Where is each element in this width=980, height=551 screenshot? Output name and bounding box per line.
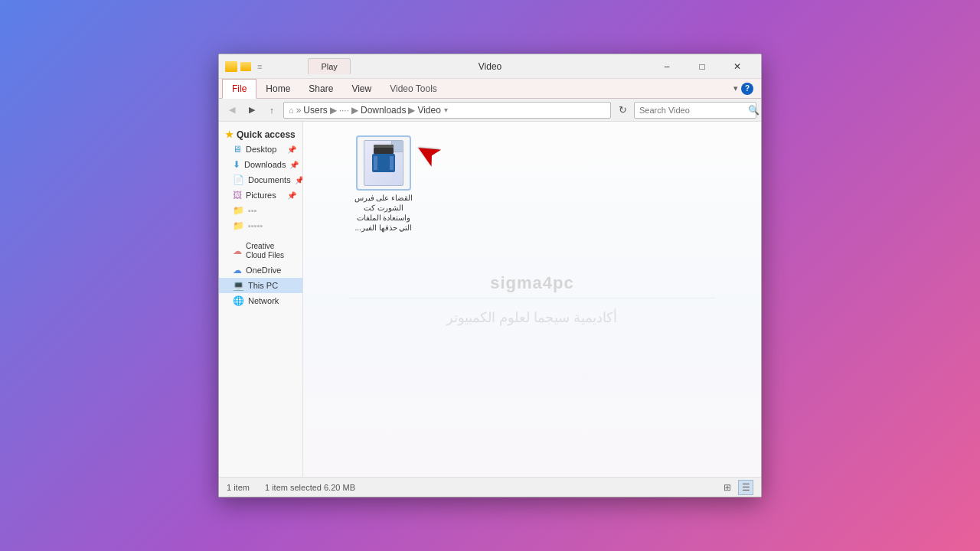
nav-forward-button[interactable]: ▶ — [243, 102, 260, 119]
sidebar-item-label: ▪▪▪▪▪ — [248, 221, 263, 230]
watermark-arabic: أكاديمية سيجما لعلوم الكمبيوتر — [446, 309, 617, 326]
path-home-icon: ⌂ — [289, 106, 294, 115]
pin-icon: 📌 — [289, 161, 299, 169]
folder1-icon: 📁 — [233, 205, 244, 216]
pin-icon: 📌 — [287, 191, 296, 200]
titlebar-tabs: Play — [308, 58, 350, 74]
window-controls: – □ ✕ — [649, 54, 755, 79]
ribbon-tabs: File Home Share View Video Tools ▾ ? — [219, 79, 761, 98]
sidebar-item-label: Documents — [248, 175, 291, 184]
window-title: Video — [479, 61, 501, 72]
creative-cloud-icon: ☁ — [233, 246, 242, 256]
minimize-button[interactable]: – — [649, 54, 684, 79]
sidebar-item-onedrive[interactable]: ☁ OneDrive — [219, 262, 302, 278]
sidebar: ★ Quick access 🖥 Desktop 📌 ⬇ Downloads 📌… — [219, 122, 303, 477]
pin-icon: 📌 — [287, 145, 296, 154]
sidebar-item-label: Network — [248, 296, 279, 305]
network-icon: 🌐 — [233, 295, 244, 306]
quick-access-star-icon: ★ — [225, 129, 234, 140]
quick-access-toolbar-divider: ≡ — [257, 62, 262, 71]
titlebar: ≡ Play Video – □ ✕ — [219, 54, 761, 79]
folder2-icon: 📁 — [233, 220, 244, 231]
path-dropdown-icon[interactable]: ▾ — [444, 106, 448, 114]
app-icon-2 — [240, 62, 251, 71]
sidebar-item-label: Creative Cloud Files — [246, 242, 296, 260]
sidebar-item-folder2[interactable]: 📁 ▪▪▪▪▪ — [219, 218, 302, 233]
path-username: ···· — [339, 105, 349, 116]
tab-view[interactable]: View — [342, 79, 381, 98]
addressbar: ◀ ▶ ↑ ⌂ » Users ▶ ···· ▶ Downloads ▶ Vid… — [219, 99, 761, 122]
sidebar-item-network[interactable]: 🌐 Network — [219, 293, 302, 308]
nav-up-button[interactable]: ↑ — [263, 102, 280, 119]
this-pc-icon: 💻 — [233, 280, 244, 291]
app-icon-1 — [225, 61, 237, 72]
clapper-icon — [374, 148, 394, 154]
statusbar: 1 item 1 item selected 6.20 MB ⊞ ☰ — [219, 477, 761, 497]
sidebar-item-folder1[interactable]: 📁 ▪▪▪ — [219, 203, 302, 218]
sidebar-item-label: Desktop — [246, 145, 276, 154]
sidebar-divider-1 — [219, 233, 302, 240]
file-item[interactable]: القضاء على فيرس الشورت كت واستعادة الملف… — [349, 135, 418, 233]
path-sep-4: ▶ — [408, 105, 415, 116]
path-sep-1: » — [296, 105, 302, 116]
watermark-line — [349, 298, 715, 298]
maximize-button[interactable]: □ — [684, 54, 720, 79]
sidebar-item-label: Pictures — [246, 191, 276, 200]
statusbar-view-controls: ⊞ ☰ — [720, 480, 753, 495]
sidebar-item-label: OneDrive — [246, 266, 281, 275]
help-icon[interactable]: ? — [741, 83, 753, 95]
explorer-window: ≡ Play Video – □ ✕ File Home Share View … — [218, 54, 762, 497]
refresh-button[interactable]: ↻ — [614, 102, 631, 119]
watermark-logo: sigma4pc — [490, 273, 574, 293]
ribbon-collapse-icon[interactable]: ▾ — [733, 83, 738, 93]
ribbon: File Home Share View Video Tools ▾ ? — [219, 79, 761, 99]
pin-icon: 📌 — [295, 176, 303, 184]
sidebar-item-label: This PC — [248, 281, 278, 290]
onedrive-icon: ☁ — [233, 265, 242, 276]
tab-home[interactable]: Home — [256, 79, 299, 98]
sidebar-item-downloads[interactable]: ⬇ Downloads 📌 — [219, 157, 302, 172]
selected-info: 1 item selected 6.20 MB — [265, 483, 355, 492]
downloads-icon: ⬇ — [233, 159, 240, 170]
search-input[interactable] — [639, 106, 745, 115]
item-count: 1 item — [227, 483, 250, 492]
path-sep-3: ▶ — [351, 105, 358, 116]
sidebar-item-desktop[interactable]: 🖥 Desktop 📌 — [219, 142, 302, 157]
file-icon-wrapper — [356, 135, 411, 191]
sidebar-item-label: ▪▪▪ — [248, 206, 257, 215]
search-box[interactable]: 🔍 — [634, 102, 756, 119]
search-icon[interactable]: 🔍 — [748, 105, 760, 116]
nav-back-button[interactable]: ◀ — [224, 102, 240, 119]
sidebar-item-documents[interactable]: 📄 Documents 📌 — [219, 172, 302, 187]
sidebar-item-creative-cloud[interactable]: ☁ Creative Cloud Files — [219, 240, 302, 262]
main-area: ★ Quick access 🖥 Desktop 📌 ⬇ Downloads 📌… — [219, 122, 761, 477]
desktop-icon: 🖥 — [233, 144, 242, 155]
sidebar-item-pictures[interactable]: 🖼 Pictures 📌 — [219, 187, 302, 203]
close-button[interactable]: ✕ — [720, 54, 755, 79]
view-details-button[interactable]: ⊞ — [720, 480, 735, 495]
file-label: القضاء على فيرس الشورت كت واستعادة الملف… — [350, 193, 417, 233]
tab-file[interactable]: File — [222, 79, 256, 99]
address-path[interactable]: ⌂ » Users ▶ ···· ▶ Downloads ▶ Video ▾ — [283, 102, 611, 119]
path-downloads: Downloads — [361, 105, 406, 116]
quick-access-label: Quick access — [237, 129, 296, 140]
sidebar-item-label: Downloads — [244, 160, 286, 169]
view-list-button[interactable]: ☰ — [738, 480, 753, 495]
titlebar-app-icons: ≡ — [225, 61, 262, 72]
sidebar-quick-access-header[interactable]: ★ Quick access — [219, 128, 302, 142]
tab-video-tools[interactable]: Video Tools — [381, 79, 446, 98]
pictures-icon: 🖼 — [233, 190, 242, 201]
file-icon-inner — [364, 140, 403, 186]
tab-share[interactable]: Share — [299, 79, 342, 98]
content-area: sigma4pc أكاديمية سيجما لعلوم الكمبيوتر … — [303, 122, 761, 477]
sidebar-item-this-pc[interactable]: 💻 This PC — [219, 278, 302, 293]
film-icon — [372, 154, 395, 172]
path-sep-2: ▶ — [330, 105, 337, 116]
tab-play[interactable]: Play — [308, 58, 350, 74]
documents-icon: 📄 — [233, 174, 244, 185]
path-users: Users — [303, 105, 327, 116]
path-video: Video — [417, 105, 440, 116]
